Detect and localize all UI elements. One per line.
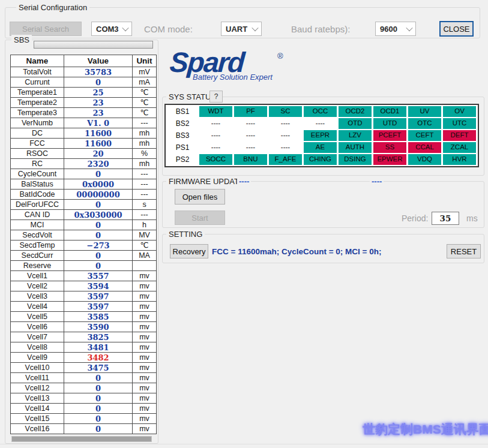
param-value: −273 xyxy=(64,240,133,251)
param-unit: mv xyxy=(133,404,157,414)
status-flag: CHING xyxy=(304,154,337,165)
status-row: BS2 ---- ---- ---- ---- OTD UTD OTC UTC xyxy=(167,118,476,129)
param-name: Vcell5 xyxy=(11,312,64,322)
param-value: 0 xyxy=(64,373,133,383)
param-name: VerNumb xyxy=(11,118,64,128)
param-name: Vcell14 xyxy=(11,404,64,414)
status-flag: LZV xyxy=(339,130,372,141)
status-flag: SS xyxy=(373,142,406,153)
status-flag: ---- xyxy=(234,118,267,129)
table-row: SecdCurr 0 MA xyxy=(11,251,157,261)
serial-search-button[interactable]: Serial Search xyxy=(10,22,82,36)
param-value: 23 xyxy=(64,98,133,108)
recovery-button[interactable]: Recovery xyxy=(170,244,208,258)
param-name: Temperate2 xyxy=(11,98,64,108)
param-unit: mv xyxy=(133,342,157,353)
param-unit: mv xyxy=(133,322,157,332)
param-name: DelForUFCC xyxy=(11,200,64,210)
param-unit: mv xyxy=(133,332,157,342)
param-value: 3594 xyxy=(64,281,133,291)
table-row: Vcell15 0 mv xyxy=(11,414,157,424)
status-flag: PCEFT xyxy=(373,130,406,141)
param-value: 00000000 xyxy=(64,190,133,200)
status-row: BS3 ---- ---- ---- EEPR LZV PCEFT CEFT D… xyxy=(167,130,476,141)
param-unit: --- xyxy=(133,118,157,128)
close-button[interactable]: CLOSE xyxy=(439,21,474,37)
table-row: BalStatus 0x0000 --- xyxy=(11,179,157,190)
param-unit: mv xyxy=(133,291,157,302)
param-name: Vcell4 xyxy=(11,302,64,312)
start-button[interactable]: Start xyxy=(175,211,225,225)
param-unit: % xyxy=(133,149,157,159)
param-unit: mv xyxy=(133,353,157,363)
sys-status-table: BS1 WDT PF SC OCC OCD2 OCD1 UV OV BS2 --… xyxy=(164,104,479,167)
com-mode-value: UART xyxy=(221,22,249,35)
param-name: MCI xyxy=(11,220,64,230)
param-unit: mA xyxy=(133,77,157,88)
param-name: Vcell9 xyxy=(11,353,64,363)
status-flag: ---- xyxy=(269,118,302,129)
table-row: Vcell6 3590 mv xyxy=(11,322,157,332)
param-unit: mv xyxy=(133,414,157,424)
param-unit: mv xyxy=(133,271,157,281)
period-input[interactable] xyxy=(432,212,459,225)
com-port-select[interactable]: COM3 xyxy=(91,22,132,36)
status-flag: OTC xyxy=(408,118,441,129)
table-row: RC 2320 mh xyxy=(11,159,157,169)
bms-app-window: Serial Configuration Serial Search COM3 … xyxy=(0,0,488,448)
open-files-button[interactable]: Open files xyxy=(175,189,225,205)
status-flag: ---- xyxy=(199,142,232,153)
param-value: 3597 xyxy=(64,302,133,312)
param-value: 0 xyxy=(64,251,133,261)
param-unit xyxy=(133,261,157,271)
param-value: 0 xyxy=(64,393,133,404)
status-flag: OCC xyxy=(304,106,337,117)
param-value: 0x0000 xyxy=(64,179,133,190)
status-flag: F_AFE xyxy=(269,154,302,165)
table-row: Vcell9 3482 mv xyxy=(11,353,157,363)
column-header-unit: Unit xyxy=(133,55,157,67)
param-value: 11600 xyxy=(64,128,133,139)
param-name: SecdVolt xyxy=(11,230,64,240)
param-name: Vcell3 xyxy=(11,291,64,302)
param-unit: h xyxy=(133,220,157,230)
status-flag: ---- xyxy=(234,142,267,153)
param-unit: mV xyxy=(133,67,157,77)
param-unit: MV xyxy=(133,230,157,240)
param-name: DC xyxy=(11,128,64,139)
param-unit: mv xyxy=(133,383,157,393)
chevron-down-icon xyxy=(119,22,131,35)
column-header-value: Value xyxy=(64,55,133,67)
param-name: Vcell13 xyxy=(11,393,64,404)
table-row: CycleCount 0 --- xyxy=(11,169,157,179)
param-unit: mv xyxy=(133,393,157,404)
param-name: RSOC xyxy=(11,149,64,159)
status-flag: UTD xyxy=(373,118,406,129)
status-row: BS1 WDT PF SC OCC OCD2 OCD1 UV OV xyxy=(167,106,476,117)
status-flag: ---- xyxy=(199,118,232,129)
status-flag: OV xyxy=(443,106,476,117)
baud-rate-select[interactable]: 9600 xyxy=(375,22,416,36)
param-unit: --- xyxy=(133,210,157,220)
sbs-group-title: SBS xyxy=(11,35,32,45)
table-row: Vcell8 3481 mv xyxy=(11,342,157,353)
baud-rate-value: 9600 xyxy=(376,22,403,35)
com-mode-select[interactable]: UART xyxy=(221,22,262,36)
watermark-text: 世豹定制BMS通讯界面 xyxy=(363,421,488,438)
setting-title: SETTING xyxy=(166,229,205,239)
table-row: Vcell2 3594 mv xyxy=(11,281,157,291)
status-flag: PF xyxy=(234,106,267,117)
baud-rate-label: Baud ratebps): xyxy=(291,24,350,34)
reset-button[interactable]: RESET xyxy=(447,244,481,258)
status-row-label: PS1 xyxy=(167,142,197,153)
param-value: 0 xyxy=(64,77,133,88)
help-button[interactable]: ? xyxy=(209,91,223,103)
serial-configuration-title: Serial Configuration xyxy=(16,2,89,13)
param-unit: s xyxy=(133,200,157,210)
status-flag: EPWER xyxy=(373,154,406,165)
status-row: PS1 ---- ---- ---- AE AUTH SS CCAL ZCAL xyxy=(167,142,476,153)
param-name: BalStatus xyxy=(11,179,64,190)
spard-logo: Spard xyxy=(169,48,244,76)
param-value: 3590 xyxy=(64,322,133,332)
param-value: 20 xyxy=(64,149,133,159)
